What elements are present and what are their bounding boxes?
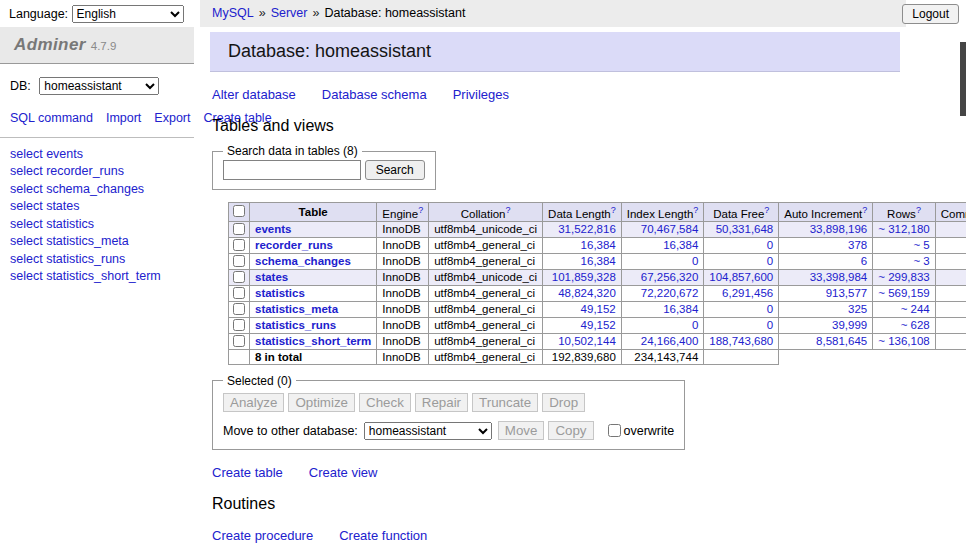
table-name-link[interactable]: statistics_runs bbox=[255, 319, 336, 331]
row-checkbox[interactable] bbox=[233, 335, 245, 347]
auto-increment-link[interactable]: 6 bbox=[861, 255, 867, 267]
help-link[interactable]: ? bbox=[916, 205, 921, 215]
sidebar-action-link[interactable]: SQL command bbox=[10, 111, 93, 125]
sidebar-table-link[interactable]: select schema_changes bbox=[10, 181, 184, 199]
logout-button[interactable]: Logout bbox=[902, 4, 959, 24]
data-length-link[interactable]: 49,152 bbox=[581, 319, 616, 331]
table-name-link[interactable]: statistics_meta bbox=[255, 303, 338, 315]
db-select[interactable]: homeassistant bbox=[39, 77, 159, 95]
breadcrumb-link-server[interactable]: Server bbox=[271, 6, 308, 20]
search-button[interactable]: Search bbox=[365, 160, 425, 180]
row-checkbox[interactable] bbox=[233, 303, 245, 315]
auto-increment-link[interactable]: 33,898,196 bbox=[810, 223, 868, 235]
data-length-link[interactable]: 10,502,144 bbox=[558, 335, 616, 347]
selected-action-button: Check bbox=[359, 393, 411, 412]
row-checkbox[interactable] bbox=[233, 239, 245, 251]
data-length-link[interactable]: 16,384 bbox=[581, 255, 616, 267]
auto-increment-link[interactable]: 8,581,645 bbox=[816, 335, 867, 347]
auto-increment-link[interactable]: 325 bbox=[848, 303, 867, 315]
rows-count-link[interactable]: ~ 5 bbox=[913, 239, 929, 251]
sidebar-table-link[interactable]: select statistics_short_term bbox=[10, 268, 184, 286]
db-nav-link[interactable]: Privileges bbox=[453, 87, 509, 102]
rows-count-link[interactable]: ~ 244 bbox=[901, 303, 930, 315]
help-link[interactable]: ? bbox=[418, 205, 423, 215]
overwrite-checkbox[interactable] bbox=[608, 424, 621, 437]
sidebar-table-link[interactable]: select statistics bbox=[10, 216, 184, 234]
index-length-link[interactable]: 24,166,400 bbox=[641, 335, 699, 347]
index-length-link[interactable]: 16,384 bbox=[663, 303, 698, 315]
rows-count-link[interactable]: ~ 312,180 bbox=[878, 223, 929, 235]
rows-count-link[interactable]: ~ 3 bbox=[913, 255, 929, 267]
breadcrumb-link-mysql[interactable]: MySQL bbox=[212, 6, 254, 20]
row-checkbox[interactable] bbox=[233, 287, 245, 299]
auto-increment-link[interactable]: 39,999 bbox=[832, 319, 867, 331]
help-link[interactable]: ? bbox=[862, 205, 867, 215]
routine-link[interactable]: Create function bbox=[339, 528, 427, 543]
language-select[interactable]: English bbox=[72, 5, 184, 23]
row-checkbox[interactable] bbox=[233, 223, 245, 235]
data-length-link[interactable]: 31,522,816 bbox=[558, 223, 616, 235]
sidebar-action-link[interactable]: Import bbox=[106, 111, 141, 125]
row-checkbox[interactable] bbox=[233, 319, 245, 331]
db-nav-link[interactable]: Database schema bbox=[322, 87, 427, 102]
routine-link[interactable]: Create procedure bbox=[212, 528, 313, 543]
index-length-link[interactable]: 70,467,584 bbox=[641, 223, 699, 235]
table-name-link[interactable]: schema_changes bbox=[255, 255, 351, 267]
data-free-link[interactable]: 0 bbox=[767, 239, 773, 251]
data-free-link[interactable]: 6,291,456 bbox=[722, 287, 773, 299]
index-length-link[interactable]: 0 bbox=[692, 255, 698, 267]
auto-increment-link[interactable]: 378 bbox=[848, 239, 867, 251]
selected-legend: Selected (0) bbox=[223, 374, 296, 388]
index-length-link[interactable]: 72,220,672 bbox=[641, 287, 699, 299]
table-name-link[interactable]: events bbox=[255, 223, 291, 235]
table-name-link[interactable]: statistics_short_term bbox=[255, 335, 371, 347]
app-version: 4.7.9 bbox=[91, 40, 117, 52]
data-length-link[interactable]: 49,152 bbox=[581, 303, 616, 315]
data-length-link[interactable]: 16,384 bbox=[581, 239, 616, 251]
select-all-checkbox[interactable] bbox=[233, 205, 245, 217]
rows-count-cell: ~ 244 bbox=[873, 301, 935, 317]
data-free-link[interactable]: 104,857,600 bbox=[709, 271, 773, 283]
index-length-link[interactable]: 16,384 bbox=[663, 239, 698, 251]
auto-increment-link[interactable]: 913,577 bbox=[826, 287, 868, 299]
sidebar-table-link[interactable]: select recorder_runs bbox=[10, 163, 184, 181]
row-checkbox[interactable] bbox=[233, 271, 245, 283]
help-link[interactable]: ? bbox=[764, 205, 769, 215]
table-name-link[interactable]: recorder_runs bbox=[255, 239, 333, 251]
help-link[interactable]: ? bbox=[611, 205, 616, 215]
sidebar-action-link[interactable]: Export bbox=[154, 111, 190, 125]
move-db-select[interactable]: homeassistant bbox=[364, 422, 492, 440]
help-link[interactable]: ? bbox=[505, 205, 510, 215]
data-length-link[interactable]: 101,859,328 bbox=[552, 271, 616, 283]
sidebar-table-link[interactable]: select statistics_runs bbox=[10, 251, 184, 269]
data-free-link[interactable]: 0 bbox=[767, 255, 773, 267]
index-length-link[interactable]: 0 bbox=[692, 319, 698, 331]
sidebar-table-link[interactable]: select events bbox=[10, 146, 184, 164]
create-link[interactable]: Create view bbox=[309, 465, 378, 480]
rows-count-link[interactable]: ~ 569,159 bbox=[878, 287, 929, 299]
breadcrumb-separator: » bbox=[259, 6, 266, 20]
db-nav-link[interactable]: Alter database bbox=[212, 87, 296, 102]
table-name-link[interactable]: statistics bbox=[255, 287, 305, 299]
table-name-link[interactable]: states bbox=[255, 271, 288, 283]
rows-count-link[interactable]: ~ 299,833 bbox=[878, 271, 929, 283]
comment-cell bbox=[935, 253, 966, 269]
data-free-link[interactable]: 0 bbox=[767, 319, 773, 331]
engine-cell: InnoDB bbox=[377, 221, 429, 237]
data-free-link[interactable]: 0 bbox=[767, 303, 773, 315]
rows-count-link[interactable]: ~ 136,108 bbox=[878, 335, 929, 347]
sidebar-table-link[interactable]: select statistics_meta bbox=[10, 233, 184, 251]
auto-increment-link[interactable]: 33,398,984 bbox=[810, 271, 868, 283]
data-free-link[interactable]: 188,743,680 bbox=[709, 335, 773, 347]
search-input[interactable] bbox=[223, 160, 361, 180]
help-link[interactable]: ? bbox=[693, 205, 698, 215]
row-checkbox[interactable] bbox=[233, 255, 245, 267]
sidebar-table-link[interactable]: select states bbox=[10, 198, 184, 216]
rows-count-link[interactable]: ~ 628 bbox=[901, 319, 930, 331]
collation-cell: utf8mb4_unicode_ci bbox=[429, 269, 543, 285]
index-length-link[interactable]: 67,256,320 bbox=[641, 271, 699, 283]
data-length-link[interactable]: 48,824,320 bbox=[558, 287, 616, 299]
app-logo[interactable]: Adminer4.7.9 bbox=[0, 27, 194, 64]
data-free-link[interactable]: 50,331,648 bbox=[716, 223, 774, 235]
create-link[interactable]: Create table bbox=[212, 465, 283, 480]
